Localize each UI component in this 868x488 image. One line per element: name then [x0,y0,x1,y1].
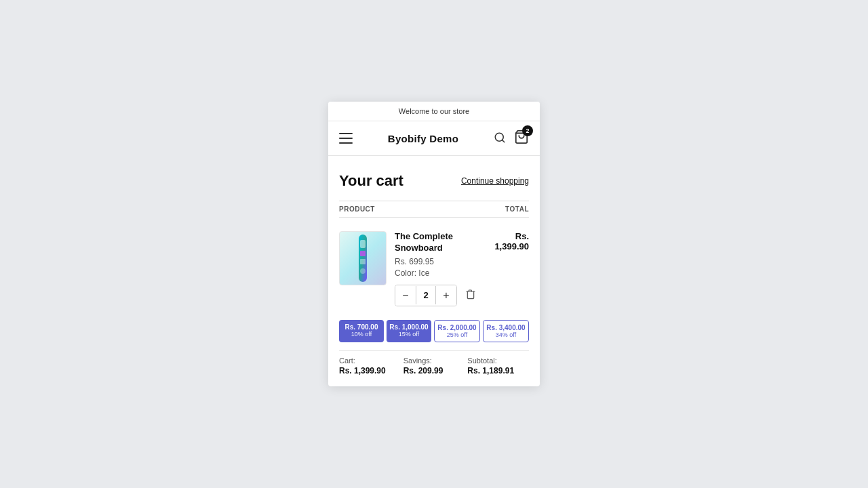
subtotal-value: Rs. 1,189.91 [467,366,529,375]
tier-1-price: Rs. 700.00 [342,323,381,331]
tier-1[interactable]: Rs. 700.00 10% off [339,320,384,342]
store-name: Byobify Demo [388,133,458,144]
subtotal-label: Subtotal: [467,357,529,365]
continue-shopping-link[interactable]: Continue shopping [461,176,529,186]
search-button[interactable] [494,131,506,146]
svg-rect-5 [360,251,366,256]
store-window: Welcome to our store Byobify Demo [328,102,540,386]
product-col-label: PRODUCT [339,205,375,213]
product-price: Rs. 699.95 [395,257,480,266]
product-name: The Complete Snowboard [395,231,480,254]
product-color: Color: Ice [395,268,480,278]
cart-badge: 2 [522,125,533,136]
cart-button[interactable]: 2 [514,129,529,147]
tier-2-price: Rs. 1,000.00 [389,323,429,331]
welcome-text: Welcome to our store [399,107,469,115]
tier-4[interactable]: Rs. 3,400.00 34% off [483,320,529,342]
cart-header: Your cart Continue shopping [339,172,529,190]
quantity-control: − 2 + [395,285,457,306]
header-left [339,133,353,144]
quantity-value: 2 [416,286,436,304]
cart-title: Your cart [339,172,403,190]
main-content: Your cart Continue shopping PRODUCT TOTA… [328,156,540,386]
product-row: The Complete Snowboard Rs. 699.95 Color:… [339,226,529,312]
product-table-header: PRODUCT TOTAL [339,201,529,218]
decrease-quantity-button[interactable]: − [395,285,416,306]
snowboard-svg [349,233,376,283]
svg-rect-6 [360,259,366,264]
tier-2[interactable]: Rs. 1,000.00 15% off [387,320,431,342]
savings-col: Savings: Rs. 209.99 [403,357,465,375]
discount-tiers: Rs. 700.00 10% off Rs. 1,000.00 15% off … [339,320,529,342]
hamburger-menu-button[interactable] [339,133,353,144]
tier-4-price: Rs. 3,400.00 [486,324,526,331]
increase-quantity-button[interactable]: + [436,285,456,306]
tier-1-discount: 10% off [342,331,381,338]
cart-total-col: Cart: Rs. 1,399.90 [339,357,401,375]
svg-line-1 [502,140,504,142]
savings-value: Rs. 209.99 [403,366,465,375]
remove-item-button[interactable] [462,286,479,305]
product-total: Rs. 1,399.90 [488,231,529,251]
product-image [339,231,387,285]
svg-rect-4 [360,240,366,248]
cart-summary: Cart: Rs. 1,399.90 Savings: Rs. 209.99 S… [339,350,529,375]
svg-point-7 [360,268,366,274]
welcome-bar: Welcome to our store [328,102,540,121]
tier-2-discount: 15% off [389,331,429,338]
quantity-row: − 2 + [395,285,480,306]
total-col-label: TOTAL [505,205,529,213]
tier-3-discount: 25% off [437,331,477,338]
cart-value: Rs. 1,399.90 [339,366,401,375]
trash-icon [465,289,476,300]
tier-4-discount: 34% off [486,331,526,338]
subtotal-col: Subtotal: Rs. 1,189.91 [467,357,529,375]
savings-label: Savings: [403,357,465,365]
tier-3-price: Rs. 2,000.00 [437,324,477,331]
cart-label: Cart: [339,357,401,365]
header-right: 2 [494,129,529,147]
product-details: The Complete Snowboard Rs. 699.95 Color:… [395,231,480,306]
header: Byobify Demo 2 [328,121,540,156]
tier-3[interactable]: Rs. 2,000.00 25% off [434,320,480,342]
